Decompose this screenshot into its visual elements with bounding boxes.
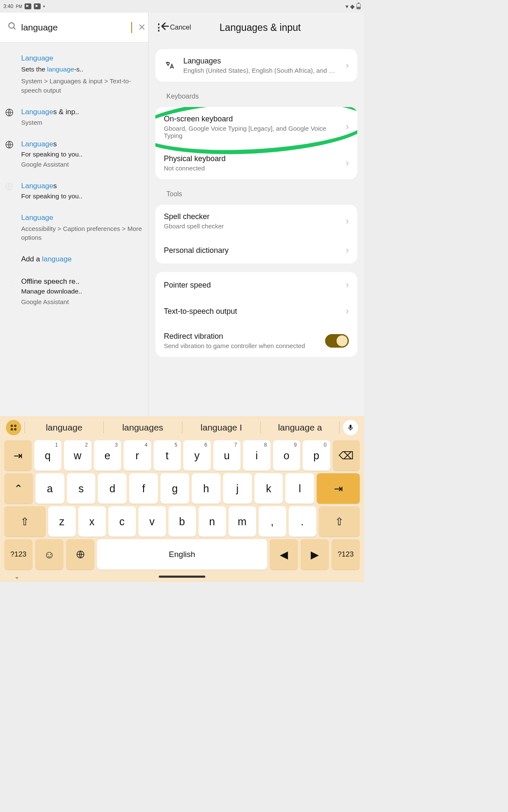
cursor-right-key[interactable]: ▶ — [301, 539, 329, 570]
search-result[interactable]: Languages & inp.. System — [19, 107, 143, 127]
key-c[interactable]: c — [108, 506, 136, 537]
physical-keyboard-row[interactable]: Physical keyboard Not connected › — [155, 147, 357, 179]
tts-output-row[interactable]: Text-to-speech output › — [155, 298, 357, 324]
globe-icon — [3, 181, 15, 201]
translate-icon — [164, 60, 176, 71]
shift-key[interactable]: ⇧ — [319, 506, 360, 537]
backspace-key[interactable]: ⌫ — [333, 440, 360, 471]
suggestion[interactable]: languages — [107, 422, 179, 433]
key-q[interactable]: q1 — [34, 440, 62, 471]
key-u[interactable]: u7 — [213, 440, 241, 471]
shift-key[interactable]: ⇧ — [4, 506, 46, 537]
voice-input-icon[interactable] — [343, 420, 358, 435]
enter-key[interactable]: ⇥ — [317, 473, 360, 504]
key-d[interactable]: d — [98, 473, 127, 504]
battery-icon — [356, 3, 361, 9]
personal-dictionary-row[interactable]: Personal dictionary › — [155, 237, 357, 263]
onscreen-keyboard: language languages language I language a… — [0, 416, 364, 582]
search-result[interactable]: Language Accessibility > Caption prefere… — [19, 213, 143, 242]
key-comma[interactable]: , — [259, 506, 286, 537]
svg-line-1 — [14, 27, 16, 29]
languages-title: Languages — [183, 57, 338, 66]
globe-icon — [3, 107, 15, 127]
key-i[interactable]: i8 — [243, 440, 271, 471]
emoji-key[interactable]: ☺ — [35, 539, 64, 570]
search-icon — [8, 22, 17, 33]
key-m[interactable]: m — [229, 506, 256, 537]
key-l[interactable]: l — [285, 473, 314, 504]
key-a[interactable]: a — [36, 473, 64, 504]
cursor-left-key[interactable]: ◀ — [270, 539, 298, 570]
key-z[interactable]: z — [48, 506, 76, 537]
svg-rect-8 — [11, 428, 13, 431]
search-input[interactable] — [21, 22, 132, 33]
more-notifications-dot — [43, 5, 45, 7]
nav-bar: ⌄ — [0, 571, 364, 582]
search-result[interactable]: Language Sets the language-s.. System > … — [19, 53, 143, 95]
symbols-key[interactable]: ?123 — [331, 539, 360, 570]
tools-card-1: Spell checker Gboard spell checker › Per… — [155, 205, 357, 263]
space-key[interactable]: English — [97, 539, 267, 570]
key-b[interactable]: b — [168, 506, 196, 537]
key-period[interactable]: . — [289, 506, 316, 537]
keyboard-collapse-icon[interactable]: ⌄ — [14, 573, 19, 580]
search-bar: ✕ ⋮ Cancel — [0, 13, 148, 42]
home-handle[interactable] — [159, 576, 205, 578]
physical-keyboard-subtitle: Not connected — [164, 165, 338, 172]
key-g[interactable]: g — [160, 473, 189, 504]
more-options-icon[interactable]: ⋮ — [152, 22, 166, 33]
key-t[interactable]: t5 — [154, 440, 181, 471]
key-p[interactable]: p0 — [303, 440, 330, 471]
text-cursor — [131, 22, 132, 33]
globe-icon — [3, 139, 15, 169]
key-e[interactable]: e3 — [94, 440, 121, 471]
keyboards-section-label: Keyboards — [166, 93, 355, 100]
suggestion[interactable]: language a — [264, 422, 336, 433]
redirect-vibration-toggle[interactable] — [325, 334, 349, 348]
download-icon — [3, 277, 15, 307]
redirect-vibration-row[interactable]: Redirect vibration Send vibration to gam… — [155, 324, 357, 357]
search-results: Language Sets the language-s.. System > … — [0, 42, 148, 324]
language-switch-key[interactable] — [66, 539, 94, 570]
search-result[interactable]: Languages For speaking to you.. — [19, 181, 143, 201]
chevron-right-icon: › — [346, 216, 349, 227]
search-result[interactable]: Offline speech re.. Manage downloade.. G… — [19, 277, 143, 307]
keyboard-apps-icon[interactable] — [6, 420, 21, 435]
key-s[interactable]: s — [67, 473, 96, 504]
clear-search-icon[interactable]: ✕ — [136, 20, 147, 35]
page-title: Languages & input — [182, 22, 357, 33]
search-result[interactable]: Add a language — [19, 254, 143, 265]
physical-keyboard-title: Physical keyboard — [164, 154, 338, 163]
key-o[interactable]: o9 — [273, 440, 301, 471]
search-pane: ✕ ⋮ Cancel Language Sets the language-s.… — [0, 13, 148, 416]
languages-row[interactable]: Languages English (United States), Engli… — [155, 49, 357, 82]
key-j[interactable]: j — [223, 473, 252, 504]
pointer-speed-row[interactable]: Pointer speed › — [155, 272, 357, 298]
key-v[interactable]: v — [138, 506, 166, 537]
search-result[interactable]: Languages For speaking to you.. Google A… — [19, 139, 143, 169]
chevron-right-icon: › — [346, 60, 349, 71]
onscreen-keyboard-row[interactable]: On-screen keyboard Gboard, Google Voice … — [155, 107, 357, 147]
tab-key[interactable]: ⇥ — [4, 440, 32, 471]
key-r[interactable]: r4 — [124, 440, 151, 471]
cancel-button[interactable]: Cancel — [170, 24, 191, 31]
key-f[interactable]: f — [129, 473, 158, 504]
svg-point-0 — [9, 22, 14, 28]
youtube-icon — [25, 3, 31, 9]
key-k[interactable]: k — [254, 473, 283, 504]
key-n[interactable]: n — [199, 506, 226, 537]
caps-key[interactable]: ⌃ — [4, 473, 33, 504]
symbols-key[interactable]: ?123 — [4, 539, 33, 570]
status-time: 3:40 — [3, 3, 13, 9]
key-y[interactable]: y6 — [183, 440, 211, 471]
detail-pane: Languages & input Languages English (Uni… — [148, 13, 364, 416]
onscreen-keyboard-title: On-screen keyboard — [164, 115, 338, 123]
tools-card-2: Pointer speed › Text-to-speech output › … — [155, 272, 357, 357]
onscreen-keyboard-subtitle: Gboard, Google Voice Typing [Legacy], an… — [164, 125, 338, 139]
suggestion[interactable]: language I — [186, 422, 257, 433]
key-h[interactable]: h — [192, 473, 221, 504]
spell-checker-row[interactable]: Spell checker Gboard spell checker › — [155, 205, 357, 237]
suggestion[interactable]: language — [28, 422, 100, 433]
key-x[interactable]: x — [78, 506, 106, 537]
key-w[interactable]: w2 — [64, 440, 91, 471]
